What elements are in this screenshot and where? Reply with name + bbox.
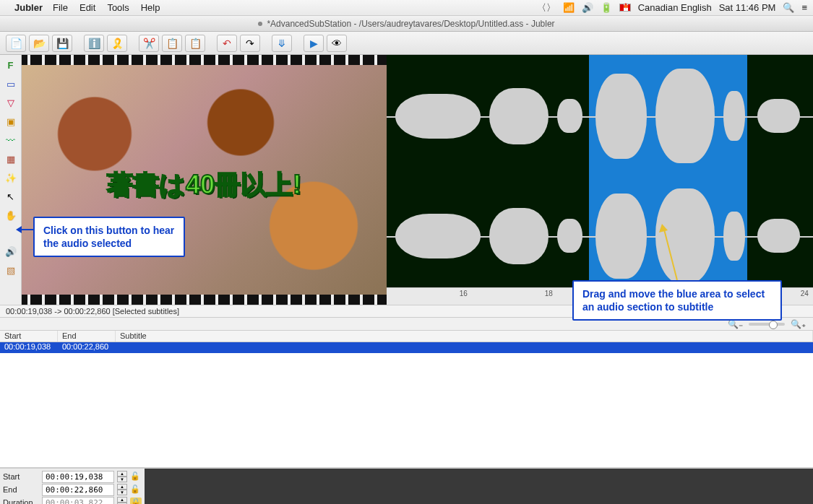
duration-value: 00:00:03,822 — [42, 497, 114, 505]
tool-wave-icon[interactable]: 〰 — [4, 133, 18, 147]
info-button[interactable]: ℹ️ — [84, 35, 104, 52]
timing-panel: Start 00:00:19,038 ▲▼ 🔓 End 00:00:22,860… — [0, 468, 813, 504]
svg-line-2 — [663, 227, 677, 280]
main-toolbar: 📄 📂 💾 ℹ️ 🎗️ ✂️ 📋 📋 ↶ ↷ ⤋ ▶ 👁 — [0, 32, 813, 55]
modified-dot-icon — [258, 22, 262, 26]
preview-button[interactable]: 👁 — [327, 35, 347, 52]
input-language[interactable]: Canadian English — [638, 2, 712, 13]
menu-help[interactable]: Help — [141, 2, 160, 13]
open-button[interactable]: 📂 — [29, 35, 49, 52]
redo-button[interactable]: ↷ — [240, 35, 260, 52]
svg-marker-1 — [16, 226, 22, 233]
end-stepper[interactable]: ▲▼ — [117, 484, 127, 495]
subtitle-table[interactable]: Start End Subtitle 00:00:19,038 00:00:22… — [0, 331, 813, 468]
tool-box-icon[interactable]: ▣ — [4, 114, 18, 129]
zoom-in-icon[interactable]: 🔍₊ — [791, 319, 806, 329]
app-name[interactable]: Jubler — [14, 2, 43, 13]
code-icon[interactable]: 〈〉 — [537, 1, 556, 14]
flag-icon[interactable] — [619, 4, 631, 12]
filmstrip-top — [22, 55, 387, 65]
menu-edit[interactable]: Edit — [79, 2, 95, 13]
clock[interactable]: Sat 11:46 PM — [719, 2, 776, 13]
window-title: *AdvancedSubStation - /Users/audreytavar… — [267, 19, 554, 29]
start-stepper[interactable]: ▲▼ — [117, 471, 127, 482]
waveform-channel-left — [387, 60, 813, 173]
window-titlebar: *AdvancedSubStation - /Users/audreytavar… — [0, 16, 813, 32]
zoom-slider[interactable] — [749, 323, 785, 326]
subtitle-text-editor[interactable] — [145, 469, 813, 504]
tool-triangle-icon[interactable]: ▽ — [4, 95, 18, 110]
preview-overlay-text: 著書は40冊以上! — [107, 167, 301, 202]
tool-image-icon[interactable]: ▧ — [4, 263, 18, 277]
tool-wand-icon[interactable]: ✨ — [4, 170, 18, 185]
cell-subtitle — [116, 342, 813, 353]
col-start[interactable]: Start — [0, 331, 58, 342]
col-subtitle[interactable]: Subtitle — [116, 331, 813, 342]
svg-marker-3 — [659, 224, 668, 233]
new-button[interactable]: 📄 — [6, 35, 26, 52]
copy-button[interactable]: 📋 — [162, 35, 182, 52]
menu-file[interactable]: File — [53, 2, 68, 13]
cut-button[interactable]: ✂️ — [139, 35, 159, 52]
end-label: End — [3, 485, 39, 494]
macos-menubar: Jubler File Edit Tools Help 〈〉 📶 🔊 🔋 Can… — [0, 0, 813, 16]
col-end[interactable]: End — [58, 331, 116, 342]
wifi-icon[interactable]: 📶 — [563, 2, 575, 13]
filmstrip-bottom — [22, 295, 387, 305]
cell-end: 00:00:22,860 — [58, 342, 116, 353]
ruler-tick: 16 — [460, 290, 468, 297]
waveform-channel-right — [387, 180, 813, 292]
expand-down-button[interactable]: ⤋ — [272, 35, 292, 52]
save-button[interactable]: 💾 — [52, 35, 72, 52]
tool-palette-icon[interactable]: ▦ — [4, 152, 18, 166]
undo-button[interactable]: ↶ — [217, 35, 237, 52]
table-header: Start End Subtitle — [0, 331, 813, 342]
table-row[interactable]: 00:00:19,038 00:00:22,860 — [0, 342, 813, 353]
play-audio-button[interactable]: 🔊 — [4, 244, 18, 258]
callout-drag-selection: Drag and move the blue area to select an… — [572, 280, 782, 321]
video-preview[interactable]: 著書は40冊以上! — [22, 55, 387, 305]
duration-lock-icon[interactable]: 🔒 — [130, 498, 142, 504]
callout-hear-audio: Click on this button to hear the audio s… — [33, 217, 185, 257]
start-label: Start — [3, 472, 39, 481]
duration-label: Duration — [3, 498, 39, 504]
selection-status-text: 00:00:19,038 -> 00:00:22,860 [Selected s… — [6, 307, 179, 316]
waveform-panel[interactable]: 16 18 20 22 24 — [387, 55, 813, 305]
menu-extra-icon[interactable]: ≡ — [801, 2, 807, 13]
tool-f-icon[interactable]: F — [4, 58, 18, 72]
main-area: F ▭ ▽ ▣ 〰 ▦ ✨ ↖ ✋ 🔊 ▧ 著書は40冊以上! — [0, 55, 813, 305]
menu-tools[interactable]: Tools — [107, 2, 129, 13]
start-lock-icon[interactable]: 🔓 — [130, 472, 142, 482]
end-value[interactable]: 00:00:22,860 — [42, 484, 114, 496]
duration-stepper[interactable]: ▲▼ — [117, 497, 127, 504]
paste-button[interactable]: 📋 — [185, 35, 205, 52]
tool-pointer-icon[interactable]: ↖ — [4, 189, 18, 204]
start-value[interactable]: 00:00:19,038 — [42, 471, 114, 483]
battery-icon[interactable]: 🔋 — [601, 2, 612, 13]
bookmark-button[interactable]: 🎗️ — [107, 35, 127, 52]
volume-icon[interactable]: 🔊 — [582, 2, 593, 13]
ruler-tick: 24 — [801, 290, 809, 297]
side-toolbar: F ▭ ▽ ▣ 〰 ▦ ✨ ↖ ✋ 🔊 ▧ — [0, 55, 22, 305]
end-lock-icon[interactable]: 🔓 — [130, 485, 142, 495]
ruler-tick: 18 — [545, 290, 553, 297]
play-button[interactable]: ▶ — [304, 35, 324, 52]
spotlight-icon[interactable]: 🔍 — [783, 2, 794, 13]
tool-rect-icon[interactable]: ▭ — [4, 77, 18, 91]
tool-hand-icon[interactable]: ✋ — [4, 208, 18, 222]
cell-start: 00:00:19,038 — [0, 342, 58, 353]
